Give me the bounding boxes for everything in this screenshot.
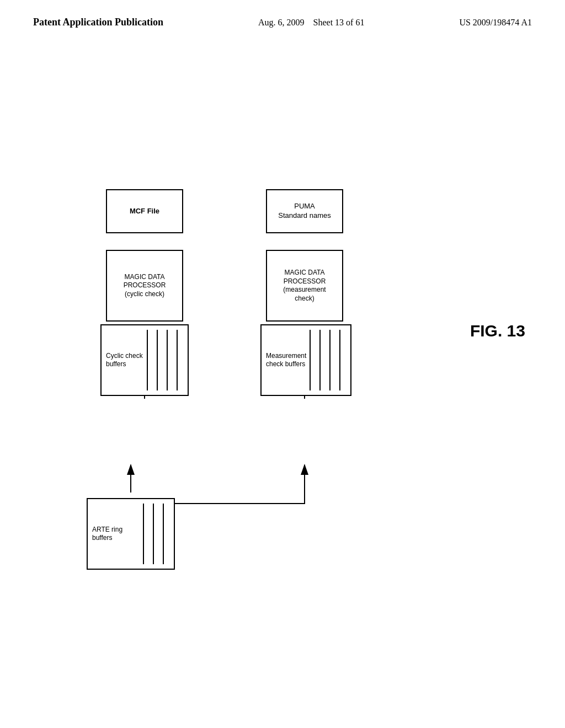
publication-date: Aug. 6, 2009 Sheet 13 of 61 <box>258 15 364 28</box>
publication-title: Patent Application Publication <box>33 15 163 29</box>
patent-number: US 2009/198474 A1 <box>459 15 532 28</box>
page-header: Patent Application Publication Aug. 6, 2… <box>0 0 565 29</box>
mcf-file-box: MCF File <box>106 189 183 233</box>
puma-standard-box: PUMA Standard names <box>266 189 343 233</box>
figure-label: FIG. 13 <box>470 322 525 340</box>
cyclic-check-buffers-box: Cyclic check buffers <box>100 324 189 396</box>
magic-data-cyclic-box: MAGIC DATA PROCESSOR (cyclic check) <box>106 250 183 322</box>
magic-data-measurement-box: MAGIC DATA PROCESSOR (measurement check) <box>266 250 343 322</box>
measurement-check-buffers-box: Measurement check buffers <box>260 324 351 396</box>
diagram-area: MCF File PUMA Standard names MAGIC DATA … <box>34 51 531 680</box>
arte-ring-buffers-box: ARTE ring buffers <box>87 498 175 570</box>
